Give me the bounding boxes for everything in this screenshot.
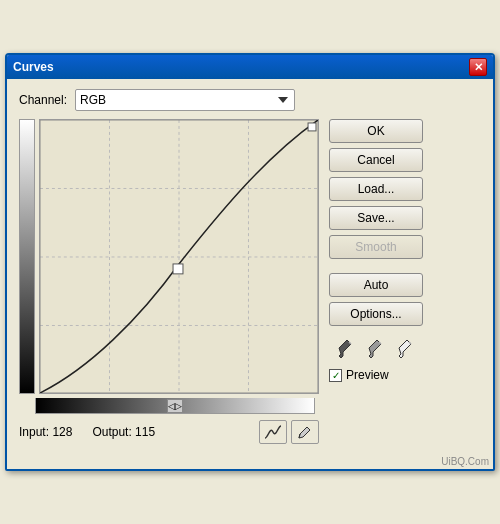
window-content: Channel: RGB Red Green Blue xyxy=(7,79,493,456)
pen-icons-row xyxy=(329,335,429,359)
eyedropper-light-svg xyxy=(395,336,415,358)
smooth-button: Smooth xyxy=(329,235,423,259)
scroll-arrow[interactable]: ◁▷ xyxy=(167,399,183,413)
curve-tool-button[interactable] xyxy=(259,420,287,444)
preview-label: Preview xyxy=(346,368,389,382)
options-button[interactable]: Options... xyxy=(329,302,423,326)
eyedropper-dark-svg xyxy=(335,336,355,358)
close-button[interactable]: ✕ xyxy=(469,58,487,76)
title-bar: Curves ✕ xyxy=(7,55,493,79)
left-panel: ◁▷ Input: 128 Output: 115 xyxy=(19,119,319,446)
right-panel: OK Cancel Load... Save... Smooth Auto Op… xyxy=(329,119,429,382)
save-button[interactable]: Save... xyxy=(329,206,423,230)
pencil-tool-button[interactable] xyxy=(291,420,319,444)
preview-checkbox[interactable]: ✓ xyxy=(329,369,342,382)
h-gradient-row: ◁▷ xyxy=(19,398,319,414)
curve-icon xyxy=(264,425,282,439)
load-button[interactable]: Load... xyxy=(329,177,423,201)
curves-grid-svg xyxy=(40,120,318,393)
eyedropper-gray-icon[interactable] xyxy=(363,335,387,359)
eyedropper-mid-svg xyxy=(365,336,385,358)
curves-area xyxy=(19,119,319,394)
output-value: 115 xyxy=(135,425,155,439)
auto-button[interactable]: Auto xyxy=(329,273,423,297)
curves-canvas[interactable] xyxy=(39,119,319,394)
eyedropper-white-icon[interactable] xyxy=(393,335,417,359)
tool-icons xyxy=(259,420,319,444)
output-field: Output: 115 xyxy=(92,425,155,439)
io-section: Input: 128 Output: 115 xyxy=(19,418,319,446)
pencil-icon xyxy=(297,424,313,440)
input-label: Input: xyxy=(19,425,49,439)
input-field: Input: 128 xyxy=(19,425,72,439)
svg-rect-9 xyxy=(308,123,316,131)
vertical-gradient-bar xyxy=(19,119,35,394)
channel-row: Channel: RGB Red Green Blue xyxy=(19,89,481,111)
channel-select[interactable]: RGB Red Green Blue xyxy=(75,89,295,111)
output-label: Output: xyxy=(92,425,131,439)
svg-rect-8 xyxy=(173,264,183,274)
input-value: 128 xyxy=(52,425,72,439)
preview-checkbox-wrap[interactable]: ✓ Preview xyxy=(329,368,389,382)
preview-row: ✓ Preview xyxy=(329,368,429,382)
channel-label: Channel: xyxy=(19,93,67,107)
ok-button[interactable]: OK xyxy=(329,119,423,143)
main-area: ◁▷ Input: 128 Output: 115 xyxy=(19,119,481,446)
eyedropper-black-icon[interactable] xyxy=(333,335,357,359)
cancel-button[interactable]: Cancel xyxy=(329,148,423,172)
watermark: UiBQ.Com xyxy=(7,456,493,469)
window-title: Curves xyxy=(13,60,54,74)
horizontal-gradient-bar: ◁▷ xyxy=(35,398,315,414)
curves-dialog: Curves ✕ Channel: RGB Red Green Blue xyxy=(5,53,495,471)
